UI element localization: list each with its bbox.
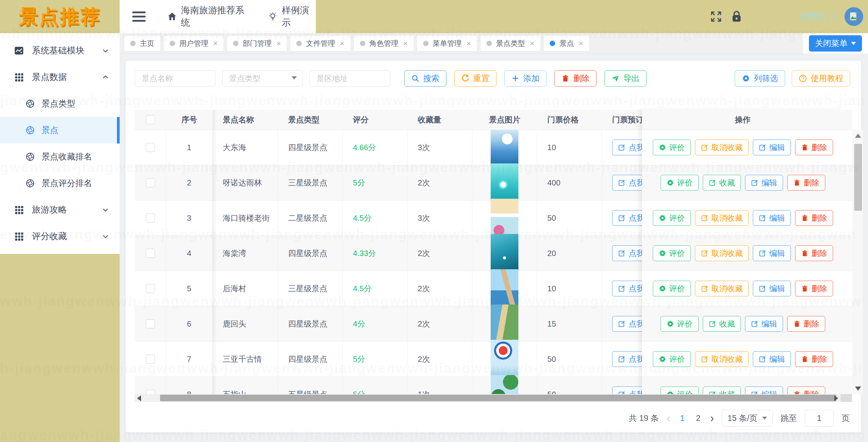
tutorial-button[interactable]: 使用教程 — [792, 70, 850, 87]
delete-row-button[interactable]: 删除 — [795, 210, 833, 226]
column-filter-button[interactable]: 列筛选 — [735, 70, 785, 87]
sidebar-item-scenic-data[interactable]: 景点数据 — [0, 64, 120, 90]
tab-景点类型[interactable]: 景点类型 × — [480, 36, 541, 51]
favorite-toggle-button[interactable]: 收藏 — [703, 175, 741, 190]
page-number-2[interactable]: 2 — [694, 414, 702, 423]
hamburger-menu-icon[interactable] — [132, 11, 146, 22]
row-checkbox[interactable] — [146, 284, 155, 293]
avatar[interactable] — [844, 7, 863, 26]
edit-button[interactable]: 编辑 — [753, 245, 791, 261]
horizontal-scroll-thumb[interactable] — [160, 395, 836, 401]
prev-page-arrow[interactable]: ‹ — [667, 412, 671, 424]
tab-close-icon[interactable]: × — [403, 39, 408, 47]
tab-close-icon[interactable]: × — [213, 39, 218, 47]
tab-close-icon[interactable]: × — [467, 39, 471, 47]
delete-row-button[interactable]: 删除 — [787, 316, 825, 332]
close-menu-button[interactable]: 关闭菜单 — [809, 35, 862, 52]
scenic-photo-aerial-bay[interactable] — [491, 234, 518, 272]
tab-close-icon[interactable]: × — [340, 39, 344, 47]
favorite-toggle-button[interactable]: 收藏 — [703, 386, 741, 394]
delete-row-button[interactable]: 删除 — [795, 140, 833, 155]
nav-home[interactable]: 海南旅游推荐系统 — [167, 4, 250, 29]
favorite-toggle-button[interactable]: 取消收藏 — [695, 281, 749, 296]
row-checkbox[interactable] — [146, 178, 155, 187]
edit-button[interactable]: 编辑 — [745, 386, 783, 394]
export-button[interactable]: 导出 — [604, 70, 647, 87]
row-checkbox[interactable] — [146, 355, 155, 363]
evaluate-button[interactable]: 评价 — [661, 175, 699, 190]
tab-close-icon[interactable]: × — [530, 39, 534, 47]
scroll-right-arrow[interactable] — [834, 395, 838, 401]
tab-用户管理[interactable]: 用户管理 × — [163, 36, 224, 51]
row-checkbox[interactable] — [146, 143, 155, 152]
tab-菜单管理[interactable]: 菜单管理 × — [417, 36, 477, 51]
sidebar-item-scenic-type[interactable]: 景点类型 — [0, 90, 120, 117]
tab-景点[interactable]: 景点 × — [544, 36, 590, 51]
nav-demo[interactable]: 样例演示 — [268, 4, 316, 29]
row-checkbox[interactable] — [146, 319, 155, 328]
favorite-toggle-button[interactable]: 取消收藏 — [695, 140, 749, 155]
tab-close-icon[interactable]: × — [276, 39, 281, 47]
scenic-photo-beach-villa[interactable] — [491, 199, 518, 237]
edit-button[interactable]: 编辑 — [753, 210, 791, 226]
scenic-photo-turquoise-pool[interactable] — [491, 164, 518, 202]
delete-row-button[interactable]: 删除 — [787, 386, 825, 394]
edit-button[interactable]: 编辑 — [753, 140, 791, 155]
scenic-type-select[interactable] — [222, 70, 303, 87]
edit-button[interactable]: 编辑 — [745, 316, 783, 332]
evaluate-button[interactable]: 评价 — [653, 351, 691, 367]
scenic-photo-parasail[interactable] — [491, 340, 518, 378]
scenic-name-input[interactable] — [135, 70, 216, 87]
row-checkbox[interactable] — [146, 249, 155, 258]
search-button[interactable]: 搜索 — [404, 70, 446, 87]
edit-button[interactable]: 编辑 — [753, 351, 791, 367]
sidebar-item-scenic[interactable]: 景点 — [0, 117, 120, 144]
evaluate-button[interactable]: 评价 — [653, 140, 691, 155]
evaluate-button[interactable]: 评价 — [653, 245, 691, 261]
scroll-down-arrow[interactable] — [855, 386, 861, 391]
reset-button[interactable]: 重置 — [454, 70, 496, 87]
favorite-toggle-button[interactable]: 取消收藏 — [695, 210, 749, 226]
tab-close-icon[interactable]: × — [579, 39, 583, 47]
sidebar-item-score-favorite[interactable]: 评分收藏 — [0, 223, 120, 249]
fullscreen-icon[interactable] — [710, 10, 722, 23]
scenic-photo-palm-trees[interactable] — [491, 375, 518, 394]
delete-row-button[interactable]: 删除 — [795, 281, 833, 296]
horizontal-scrollbar[interactable] — [135, 394, 852, 402]
row-checkbox[interactable] — [146, 390, 155, 394]
delete-button[interactable]: 删除 — [554, 70, 596, 87]
scroll-left-arrow[interactable] — [137, 395, 141, 401]
delete-row-button[interactable]: 删除 — [795, 245, 833, 261]
lock-icon[interactable] — [731, 10, 743, 23]
favorite-toggle-button[interactable]: 取消收藏 — [695, 245, 749, 261]
vertical-scrollbar[interactable] — [852, 130, 863, 394]
select-all-checkbox[interactable] — [146, 115, 155, 124]
favorite-toggle-button[interactable]: 取消收藏 — [695, 351, 749, 367]
tab-部门管理[interactable]: 部门管理 × — [227, 36, 287, 51]
evaluate-button[interactable]: 评价 — [653, 281, 691, 296]
scenic-photo-pier-tower[interactable] — [491, 269, 518, 308]
row-checkbox[interactable] — [146, 213, 155, 223]
evaluate-button[interactable]: 评价 — [661, 316, 699, 332]
scenic-address-input[interactable] — [310, 70, 390, 87]
evaluate-button[interactable]: 评价 — [661, 386, 699, 394]
page-number-1[interactable]: 1 — [678, 414, 686, 423]
delete-row-button[interactable]: 删除 — [787, 175, 825, 190]
sidebar-item-favorite-rank[interactable]: 景点收藏排名 — [0, 144, 120, 170]
delete-row-button[interactable]: 删除 — [795, 351, 833, 367]
vertical-scroll-thumb[interactable] — [854, 144, 862, 211]
evaluate-button[interactable]: 评价 — [653, 210, 691, 226]
add-button[interactable]: 添加 — [504, 70, 547, 87]
favorite-toggle-button[interactable]: 收藏 — [703, 316, 741, 332]
sidebar-item-travel-guide[interactable]: 旅游攻略 — [0, 197, 120, 223]
edit-button[interactable]: 编辑 — [753, 281, 791, 296]
user-dropdown[interactable]: 管理员 — [800, 10, 837, 23]
sidebar-item-system-base[interactable]: 系统基础模块 — [0, 37, 120, 64]
page-size-select[interactable]: 15 条/页 — [722, 410, 773, 426]
tab-角色管理[interactable]: 角色管理 × — [353, 36, 414, 51]
scenic-photo-aerial-coast[interactable] — [491, 304, 518, 343]
sidebar-item-score-rank[interactable]: 景点评分排名 — [0, 170, 120, 197]
scroll-up-arrow[interactable] — [855, 134, 861, 138]
scenic-photo-sea-yacht[interactable] — [491, 130, 518, 167]
jump-page-input[interactable] — [805, 410, 834, 426]
